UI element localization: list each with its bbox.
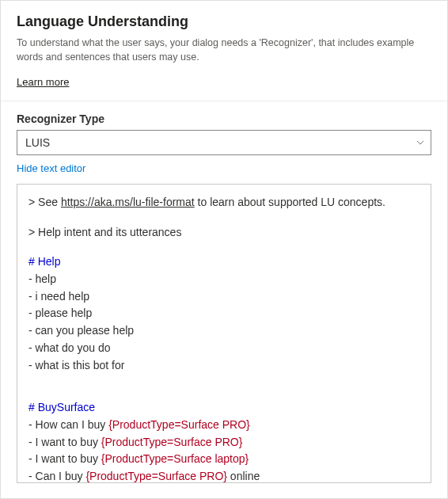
intent-help: # Help	[28, 253, 420, 271]
entity-token: {ProductType=Surface PRO}	[108, 418, 250, 431]
page-title: Language Understanding	[17, 13, 431, 30]
utterance: - please help	[28, 305, 420, 322]
utterance: - i need help	[28, 288, 420, 306]
utterance: - what is this bot for	[28, 357, 420, 375]
recognizer-type-label: Recognizer Type	[17, 112, 431, 125]
hide-text-editor-link[interactable]: Hide text editor	[17, 162, 85, 174]
utterance: - can you please help	[28, 322, 420, 340]
divider	[1, 101, 447, 101]
editor-comment-line: > See https://aka.ms/lu-file-format to l…	[28, 194, 420, 211]
chevron-down-icon	[416, 139, 424, 147]
lu-text-editor[interactable]: > See https://aka.ms/lu-file-format to l…	[17, 184, 431, 483]
page-description: To understand what the user says, your d…	[17, 36, 431, 64]
entity-token: {ProductType=Surface laptop}	[101, 452, 249, 465]
editor-comment-line: > Help intent and its utterances	[28, 224, 420, 242]
recognizer-type-value: LUIS	[25, 136, 50, 149]
intent-buysurface: # BuySurface	[28, 399, 420, 417]
utterance: - Can I buy {ProductType=Surface PRO} on…	[28, 468, 420, 486]
recognizer-type-dropdown[interactable]: LUIS	[17, 130, 431, 155]
entity-token: {ProductType=Surface PRO}	[85, 470, 227, 482]
language-understanding-panel: Language Understanding To understand wha…	[0, 0, 448, 499]
entity-token: {ProductType=Surface PRO}	[101, 436, 243, 448]
utterance: - what do you do	[28, 340, 420, 357]
lu-format-link[interactable]: https://aka.ms/lu-file-format	[61, 196, 195, 208]
learn-more-link[interactable]: Learn more	[17, 76, 69, 88]
utterance: - I want to buy {ProductType=Surface PRO…	[28, 434, 420, 451]
utterance: - I want to buy {ProductType=Surface lap…	[28, 451, 420, 468]
utterance: - How can I buy {ProductType=Surface PRO…	[28, 417, 420, 434]
utterance: - help	[28, 271, 420, 288]
